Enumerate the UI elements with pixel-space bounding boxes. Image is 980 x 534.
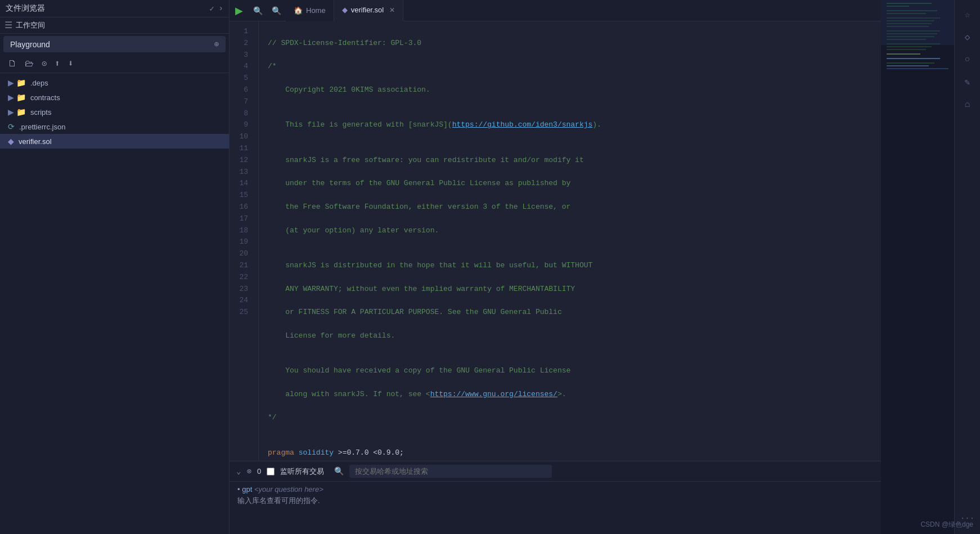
expand-icon[interactable]: ⌄ [236, 466, 241, 476]
file-item-contracts[interactable]: ▶ 📁 contracts [0, 90, 229, 105]
minimap-svg [881, 0, 954, 113]
home-tab-icon: 🏠 [294, 6, 303, 15]
file-item-verifier[interactable]: ◆ verifier.sol [0, 134, 229, 149]
sidebar-header: 文件浏览器 ✓ › [0, 0, 229, 17]
sidebar: 文件浏览器 ✓ › ☰ 工作空间 Playground ⊕ 🗋 🗁 ⊙ ⬆ ⬇ … [0, 0, 230, 534]
svg-rect-18 [887, 62, 934, 64]
github-icon[interactable]: ⊙ [42, 59, 47, 69]
svg-rect-14 [887, 46, 932, 47]
download-icon[interactable]: ⬇ [68, 58, 74, 69]
tab-close-icon[interactable]: ✕ [389, 6, 395, 14]
sol-file-icon: ◆ [8, 137, 14, 146]
svg-rect-15 [887, 49, 926, 50]
file-name-verifier: verifier.sol [19, 137, 52, 146]
watch-checkbox[interactable] [267, 468, 275, 475]
bullet-icon: • [237, 485, 242, 493]
workspace-bar: ☰ 工作空间 [0, 17, 229, 34]
json-file-icon: ⟳ [8, 122, 15, 131]
file-name-prettierrc: .prettierrc.json [19, 123, 65, 131]
file-item-deps[interactable]: ▶ 📁 .deps [0, 75, 229, 90]
zoom-out-button[interactable]: 🔍 [249, 0, 267, 21]
file-list: ▶ 📁 .deps ▶ 📁 contracts ▶ 📁 scripts ⟳ .p… [0, 73, 229, 534]
sidebar-title: 文件浏览器 [6, 3, 45, 14]
minimap [881, 0, 954, 113]
transaction-count: 0 [257, 467, 261, 475]
code-content[interactable]: // SPDX-License-Identifier: GPL-3.0 /* C… [259, 21, 881, 461]
svg-rect-19 [887, 65, 929, 66]
file-name-deps: .deps [30, 79, 48, 87]
console-hint: 输入库名查看可用的指令. [237, 496, 873, 506]
arrow-right-icon[interactable]: › [219, 4, 223, 14]
playground-name: Playground [10, 40, 50, 49]
right-minimap-panel [881, 0, 954, 534]
svg-rect-20 [887, 68, 948, 69]
svg-rect-17 [887, 58, 940, 59]
tab-verifier-label: verifier.sol [351, 6, 384, 14]
bottom-toolbar: ⌄ ⊗ 0 监听所有交易 🔍 [230, 461, 881, 482]
file-toolbar: 🗋 🗁 ⊙ ⬆ ⬇ [0, 55, 229, 73]
folder-icon: ▶ 📁 [8, 93, 26, 102]
file-item-prettierrc[interactable]: ⟳ .prettierrc.json [0, 119, 229, 134]
svg-rect-16 [887, 53, 920, 55]
watermark: CSDN @绿色dge [920, 520, 973, 529]
file-name-contracts: contracts [30, 93, 60, 102]
line-numbers: 1 2 3 4 5 6 7 8 9 10 11 12 13 14 15 16 1… [230, 21, 259, 461]
file-name-scripts: scripts [30, 108, 52, 116]
folder-icon: ▶ 📁 [8, 107, 26, 116]
code-editor[interactable]: 1 2 3 4 5 6 7 8 9 10 11 12 13 14 15 16 1… [230, 21, 881, 461]
stop-icon[interactable]: ⊗ [246, 466, 251, 476]
tab-verifier[interactable]: ◆ verifier.sol ✕ [334, 0, 404, 21]
circle-icon[interactable]: ○ [957, 50, 978, 70]
workspace-label: 工作空间 [16, 20, 45, 30]
editor-tabs: ▶ 🔍 🔍 🏠 Home ◆ verifier.sol ✕ [230, 0, 881, 21]
star-icon[interactable]: ☆ [957, 5, 978, 25]
console-arg: <your question here> [254, 485, 323, 493]
file-item-scripts[interactable]: ▶ 📁 scripts [0, 105, 229, 119]
playground-bar[interactable]: Playground ⊕ [3, 36, 226, 52]
dropdown-icon[interactable]: ⊕ [214, 39, 219, 49]
folder-icon: ▶ 📁 [8, 78, 26, 87]
console-cmd: gpt [242, 485, 252, 493]
pencil-icon[interactable]: ✎ [957, 72, 978, 92]
tab-home[interactable]: 🏠 Home [286, 0, 334, 21]
watch-text: 监听所有交易 [280, 466, 324, 477]
bottom-search-icon[interactable]: 🔍 [334, 466, 344, 476]
check-icon[interactable]: ✓ [209, 4, 214, 14]
svg-rect-21 [881, 0, 954, 45]
new-file-icon[interactable]: 🗋 [8, 59, 17, 69]
bottom-content: • gpt <your question here> 输入库名查看可用的指令. [230, 482, 881, 534]
upload-icon[interactable]: ⬆ [55, 58, 60, 69]
console-line: • gpt <your question here> [237, 485, 873, 493]
home-icon[interactable]: ⌂ [957, 95, 978, 115]
tab-home-label: Home [306, 6, 326, 15]
zoom-in-button[interactable]: 🔍 [267, 0, 286, 21]
sidebar-header-icons: ✓ › [209, 4, 223, 14]
hamburger-icon[interactable]: ☰ [5, 20, 12, 31]
new-folder-icon[interactable]: 🗁 [25, 59, 34, 69]
sol-tab-icon: ◆ [342, 6, 348, 14]
transaction-search[interactable] [349, 465, 552, 478]
right-sidebar: ☆ ◇ ○ ✎ ⌂ ··· [954, 0, 980, 534]
tag-icon[interactable]: ◇ [957, 27, 978, 47]
run-button[interactable]: ▶ [230, 0, 249, 21]
bottom-panel: ⌄ ⊗ 0 监听所有交易 🔍 • gpt <your question here… [230, 461, 881, 534]
